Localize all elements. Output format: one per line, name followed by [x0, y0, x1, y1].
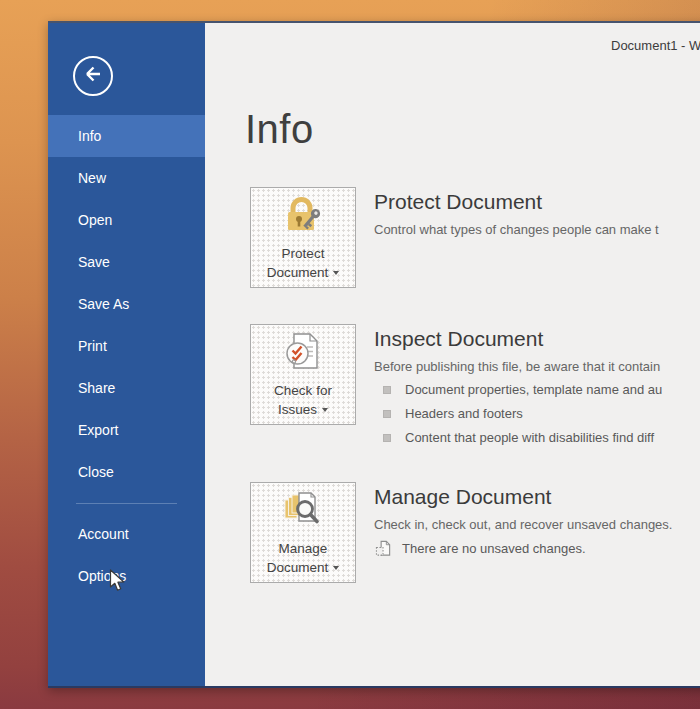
- protect-description: Control what types of changes people can…: [374, 221, 659, 238]
- square-bullet-icon: [383, 434, 391, 442]
- sidebar-item-export[interactable]: Export: [48, 409, 205, 451]
- document-checkmarks-icon: [280, 330, 326, 378]
- list-item: Document properties, template name and a…: [374, 382, 662, 398]
- sidebar-item-options[interactable]: Options: [48, 555, 205, 597]
- backstage-content: Document1 - W Info: [205, 23, 700, 686]
- backstage-nav: Info New Open Save Save As Print Share E…: [48, 115, 205, 597]
- protect-document-button[interactable]: Protect Document: [250, 187, 356, 288]
- dropdown-caret-icon: [322, 408, 328, 412]
- desktop-wallpaper: Info New Open Save Save As Print Share E…: [0, 0, 700, 709]
- page-title: Info: [245, 107, 314, 152]
- back-button[interactable]: [73, 56, 113, 96]
- protect-heading: Protect Document: [374, 189, 659, 215]
- sidebar-item-share[interactable]: Share: [48, 367, 205, 409]
- sidebar-item-save-as[interactable]: Save As: [48, 283, 205, 325]
- manage-heading: Manage Document: [374, 484, 672, 510]
- list-item: Content that people with disabilities fi…: [374, 430, 662, 446]
- backstage-sidebar: Info New Open Save Save As Print Share E…: [48, 23, 205, 686]
- sidebar-item-save[interactable]: Save: [48, 241, 205, 283]
- sidebar-item-info[interactable]: Info: [48, 115, 205, 157]
- sidebar-item-open[interactable]: Open: [48, 199, 205, 241]
- dropdown-caret-icon: [333, 566, 339, 570]
- back-arrow-icon: [81, 62, 105, 90]
- document-stack-magnifier-icon: [280, 488, 326, 536]
- window-title: Document1 - W: [611, 38, 700, 53]
- manage-document-label: Manage Document: [267, 539, 340, 577]
- inspect-document-section: Check for Issues Inspect Document Before…: [250, 324, 700, 454]
- unsaved-changes-status: There are no unsaved changes.: [374, 540, 672, 561]
- check-for-issues-button[interactable]: Check for Issues: [250, 324, 356, 425]
- inspect-description: Before publishing this file, be aware th…: [374, 358, 662, 375]
- protect-button-label: Protect Document: [267, 244, 340, 282]
- manage-document-button[interactable]: Manage Document: [250, 482, 356, 583]
- manage-description: Check in, check out, and recover unsaved…: [374, 516, 672, 533]
- padlock-key-icon: [280, 193, 326, 241]
- square-bullet-icon: [383, 410, 391, 418]
- check-for-issues-label: Check for Issues: [274, 381, 332, 419]
- inspect-heading: Inspect Document: [374, 326, 662, 352]
- sidebar-divider: [48, 493, 205, 513]
- list-item: Headers and footers: [374, 406, 662, 422]
- sidebar-item-print[interactable]: Print: [48, 325, 205, 367]
- word-backstage-window: Info New Open Save Save As Print Share E…: [48, 21, 700, 688]
- dropdown-caret-icon: [333, 271, 339, 275]
- inspect-findings-list: Document properties, template name and a…: [374, 382, 662, 446]
- square-bullet-icon: [383, 386, 391, 394]
- sidebar-item-account[interactable]: Account: [48, 513, 205, 555]
- sidebar-item-close[interactable]: Close: [48, 451, 205, 493]
- manage-document-section: Manage Document Manage Document Check in…: [250, 482, 700, 583]
- sidebar-item-new[interactable]: New: [48, 157, 205, 199]
- unsaved-versions-icon: [375, 540, 392, 561]
- protect-document-section: Protect Document Protect Document Contro…: [250, 187, 700, 288]
